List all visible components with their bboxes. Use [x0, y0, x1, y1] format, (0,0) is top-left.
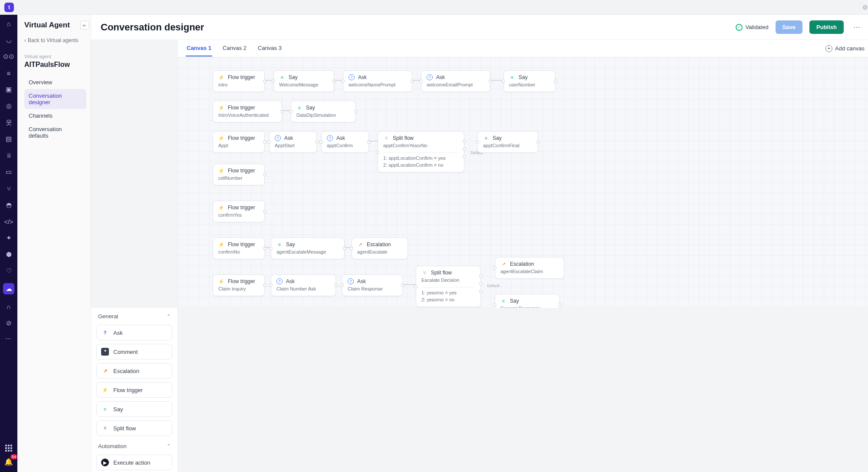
tab-canvas-2[interactable]: Canvas 2: [222, 40, 247, 56]
node-palette: General ⌃ ? Ask ❝ Comment ↗ Escalation: [91, 308, 178, 472]
back-link-label: Back to Virtual agents: [28, 37, 79, 43]
tab-canvas-1[interactable]: Canvas 1: [186, 40, 212, 56]
node-say[interactable]: ≡Say apptConfirmFinal: [477, 131, 538, 153]
voicemail-icon[interactable]: ⊙⊙: [4, 52, 13, 61]
node-split-flow[interactable]: ⑂Split flow apptConfirmYesorNo 1: apptLo…: [378, 131, 464, 172]
palette-item-flow-trigger[interactable]: ⚡ Flow trigger: [96, 382, 172, 398]
node-ask[interactable]: ?Ask ApptStart: [269, 131, 317, 153]
node-ask[interactable]: ?Ask apptConfirm: [321, 131, 369, 153]
node-say[interactable]: ≡Say General Response: [495, 294, 560, 308]
canvas-tabs: Canvas 1 Canvas 2 Canvas 3 + Add canvas: [178, 40, 868, 57]
split-flow-icon: ⑂: [421, 270, 427, 276]
node-flow-trigger[interactable]: ⚡Flow trigger confirmNo: [213, 238, 265, 259]
palette-item-say[interactable]: ≡ Say: [96, 401, 172, 417]
page-title: Conversation designer: [101, 22, 204, 33]
save-button[interactable]: Save: [776, 20, 802, 34]
collapse-sidebar-button[interactable]: ⇤: [80, 21, 89, 30]
escalation-icon: ↗: [357, 241, 363, 248]
node-flow-trigger[interactable]: ⚡Flow trigger IntroVoiceAuthenticated: [213, 101, 282, 122]
shield-icon[interactable]: ◓: [4, 201, 13, 209]
say-icon: ≡: [483, 135, 489, 141]
app-logo[interactable]: t: [4, 3, 14, 12]
sidebar-title: Virtual Agent: [24, 21, 86, 30]
people-icon[interactable]: 웃: [4, 118, 13, 127]
say-icon: ≡: [279, 74, 285, 80]
node-say[interactable]: ≡Say userNumber: [503, 70, 556, 92]
back-link[interactable]: ‹ Back to Virtual agents: [24, 37, 86, 43]
apps-grid-icon[interactable]: [5, 445, 12, 452]
more-actions-button[interactable]: ⋯: [851, 21, 863, 33]
node-flow-trigger[interactable]: ⚡Flow trigger Claim inquiry: [213, 274, 265, 296]
tab-canvas-3[interactable]: Canvas 3: [257, 40, 283, 56]
palette-item-escalation-label: Escalation: [113, 368, 139, 374]
chevron-up-icon: ⌃: [167, 314, 171, 319]
ask-icon: ?: [276, 278, 283, 284]
page-header: Conversation designer ✓ Validated Save P…: [91, 15, 868, 40]
add-canvas-label: Add canvas: [835, 45, 865, 52]
palette-item-execute-action[interactable]: ▶ Execute action: [96, 455, 172, 470]
ask-icon: ?: [327, 135, 333, 141]
contacts-icon[interactable]: ▣: [4, 85, 13, 94]
node-ask[interactable]: ?Ask Claim Number Ask: [271, 274, 336, 296]
palette-item-comment[interactable]: ❝ Comment: [96, 344, 172, 360]
check-icon: ✓: [736, 24, 743, 31]
more-icon[interactable]: ⋯: [5, 335, 12, 342]
escalation-icon: ↗: [101, 367, 109, 375]
say-icon: ≡: [500, 298, 506, 304]
publish-button[interactable]: Publish: [809, 20, 844, 34]
comment-icon: ❝: [101, 348, 109, 356]
node-ask[interactable]: ?Ask welcomeNamePrompt: [343, 70, 412, 92]
palette-item-escalation[interactable]: ↗ Escalation: [96, 363, 172, 379]
node-ask[interactable]: ?Ask welcomeEmailPrompt: [421, 70, 490, 92]
puzzle-icon[interactable]: ✦: [4, 234, 13, 242]
node-split-flow[interactable]: ⑂Split flow Escalate Decision 1: yesorno…: [416, 266, 481, 307]
user-icon[interactable]: ◡: [4, 36, 13, 44]
nav-overview[interactable]: Overview: [24, 76, 86, 89]
node-escalation[interactable]: ↗Escalation agentEscalate: [352, 238, 408, 259]
flow-trigger-icon: ⚡: [218, 278, 224, 284]
node-flow-trigger[interactable]: ⚡Flow trigger intro: [213, 70, 265, 92]
palette-section-automation-label: Automation: [98, 443, 127, 449]
flow-trigger-icon: ⚡: [218, 241, 224, 248]
node-ask[interactable]: ?Ask Claim Response: [342, 274, 403, 296]
node-flow-trigger[interactable]: ⚡Flow trigger confirmYes: [213, 201, 265, 222]
book-icon[interactable]: ▭: [4, 168, 13, 176]
nav-conversation-defaults[interactable]: Conversation defaults: [24, 122, 86, 142]
node-flow-trigger[interactable]: ⚡Flow trigger Appt: [213, 131, 265, 153]
trophy-icon[interactable]: ♕: [4, 151, 13, 160]
nav-channels[interactable]: Channels: [24, 109, 86, 122]
ask-icon: ?: [427, 74, 433, 80]
code-icon[interactable]: </>: [4, 217, 13, 226]
node-say[interactable]: ≡Say DataDipSimulation: [291, 101, 356, 122]
home-icon[interactable]: ⌂: [4, 19, 13, 28]
flow-canvas[interactable]: ⚡Flow trigger intro ≡Say WelcomeMessage …: [178, 57, 868, 308]
palette-section-general[interactable]: General ⌃: [96, 310, 172, 323]
compass-icon[interactable]: ⊘: [4, 319, 13, 327]
flow-trigger-icon: ⚡: [218, 105, 224, 111]
branch-icon[interactable]: ⑂: [4, 184, 13, 193]
say-icon: ≡: [276, 241, 283, 248]
chat-icon[interactable]: ☁: [3, 283, 14, 294]
clipboard-icon[interactable]: ▤: [4, 135, 13, 143]
notifications-icon[interactable]: 🔔54: [4, 458, 13, 466]
cube-icon[interactable]: ⬢: [4, 250, 13, 259]
sidebar-kicker: Virtual agent: [24, 54, 86, 59]
headset-icon[interactable]: ∩: [4, 302, 13, 311]
palette-item-ask[interactable]: ? Ask: [96, 325, 172, 340]
flow-trigger-icon: ⚡: [101, 386, 109, 394]
node-say[interactable]: ≡Say agentEscalateMessage: [271, 238, 345, 259]
palette-item-split-flow[interactable]: ⑂ Split flow: [96, 420, 172, 436]
node-flow-trigger[interactable]: ⚡Flow trigger cellNumber: [213, 164, 265, 185]
gear-icon[interactable]: ⚙: [862, 4, 868, 11]
palette-section-automation[interactable]: Automation ⌃: [96, 439, 172, 453]
heart-icon[interactable]: ♡: [4, 267, 13, 275]
node-say[interactable]: ≡Say WelcomeMessage: [273, 70, 334, 92]
nav-conversation-designer[interactable]: Conversation designer: [24, 89, 86, 109]
ask-icon: ?: [348, 278, 354, 284]
target-icon[interactable]: ◎: [4, 102, 13, 110]
add-canvas-button[interactable]: + Add canvas: [825, 45, 865, 52]
node-escalation[interactable]: ↗Escalation agentEscalateClaim: [495, 257, 564, 279]
settings-icon[interactable]: ≡: [4, 69, 13, 77]
global-rail: ⌂ ◡ ⊙⊙ ≡ ▣ ◎ 웃 ▤ ♕ ▭ ⑂ ◓ </> ✦ ⬢ ♡ ☁ ∩ ⊘…: [0, 15, 17, 472]
palette-item-split-flow-label: Split flow: [113, 425, 136, 432]
